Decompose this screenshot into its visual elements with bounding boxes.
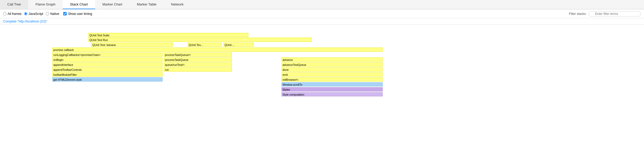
- tab-marker-chart[interactable]: Marker Chart: [95, 0, 130, 9]
- frame-17[interactable]: toolbarModuleFilter: [52, 72, 163, 77]
- tab-network[interactable]: Network: [164, 0, 191, 9]
- frame-8[interactable]: onBegin: [52, 57, 163, 62]
- frame-9[interactable]: processTaskQueue: [164, 57, 232, 62]
- all-frames-radio[interactable]: All frames: [3, 12, 21, 16]
- frame-filter-group: All frames JavaScript Native: [3, 12, 59, 16]
- breadcrumb-bar: Complete "http://localhost (2/2)": [0, 18, 644, 25]
- frame-21[interactable]: Window.scrollTo: [281, 82, 383, 86]
- tab-flame-graph[interactable]: Flame Graph: [28, 0, 63, 9]
- chart-area: QUnit Test Suite:QUnit Test RunQUnit Tes…: [0, 25, 644, 163]
- frame-19[interactable]: get HTMLElement.style: [52, 77, 163, 82]
- all-frames-label: All frames: [8, 12, 21, 16]
- tab-bar: Call TreeFlame GraphStack ChartMarker Ch…: [0, 0, 644, 9]
- frame-7[interactable]: processTaskQueue/<: [164, 53, 232, 57]
- frame-16[interactable]: done: [281, 67, 383, 72]
- frame-18[interactable]: emit: [281, 72, 383, 77]
- all-frames-input[interactable]: [3, 12, 7, 15]
- frame-12[interactable]: queue/runTest/<: [164, 62, 232, 67]
- frame-22[interactable]: Styles: [281, 87, 383, 91]
- filter-input-wrapper: 🔍: [589, 11, 641, 16]
- filter-input[interactable]: [589, 11, 641, 16]
- frame-20[interactable]: initBrowser/<: [281, 77, 383, 82]
- frame-11[interactable]: appendInterface: [52, 62, 163, 67]
- tab-call-tree[interactable]: Call Tree: [0, 0, 28, 9]
- native-label: Native: [50, 12, 59, 16]
- frame-13[interactable]: advanceTestQueue: [281, 62, 383, 67]
- frame-10[interactable]: advance: [281, 57, 383, 62]
- frame-0[interactable]: QUnit Test Suite:: [88, 33, 248, 37]
- javascript-label: JavaScript: [28, 12, 43, 16]
- frame-4[interactable]: QUnit ...: [223, 43, 254, 47]
- frame-3[interactable]: QUnit Tes...: [188, 43, 222, 47]
- show-user-timing-input[interactable]: [63, 12, 67, 15]
- frame-23[interactable]: Style computation: [281, 92, 383, 96]
- show-user-timing-label: Show user timing: [68, 12, 92, 16]
- breadcrumb-link[interactable]: Complete "http://localhost (2/2)": [3, 20, 47, 23]
- frame-1[interactable]: QUnit Test Run: [88, 38, 312, 42]
- filter-stacks-label: Filter stacks:: [569, 12, 586, 16]
- javascript-input[interactable]: [24, 12, 27, 15]
- frame-2[interactable]: QUnit Test: banana: [91, 43, 173, 47]
- tab-stack-chart[interactable]: Stack Chart: [63, 0, 95, 9]
- frame-15[interactable]: run: [164, 67, 232, 72]
- javascript-radio[interactable]: JavaScript: [24, 12, 43, 16]
- filter-stacks-group: Filter stacks: 🔍: [569, 11, 641, 16]
- toolbar: All frames JavaScript Native Show user t…: [0, 9, 644, 18]
- frame-14[interactable]: appendToolbarControls: [52, 67, 163, 72]
- tab-marker-table[interactable]: Marker Table: [130, 0, 164, 9]
- frame-5[interactable]: promise callback: [52, 48, 383, 52]
- native-radio[interactable]: Native: [46, 12, 59, 16]
- frame-6[interactable]: runLoggingCallbacks/</promiseChain<: [52, 53, 163, 57]
- show-user-timing-checkbox[interactable]: Show user timing: [63, 12, 92, 16]
- native-input[interactable]: [46, 12, 49, 15]
